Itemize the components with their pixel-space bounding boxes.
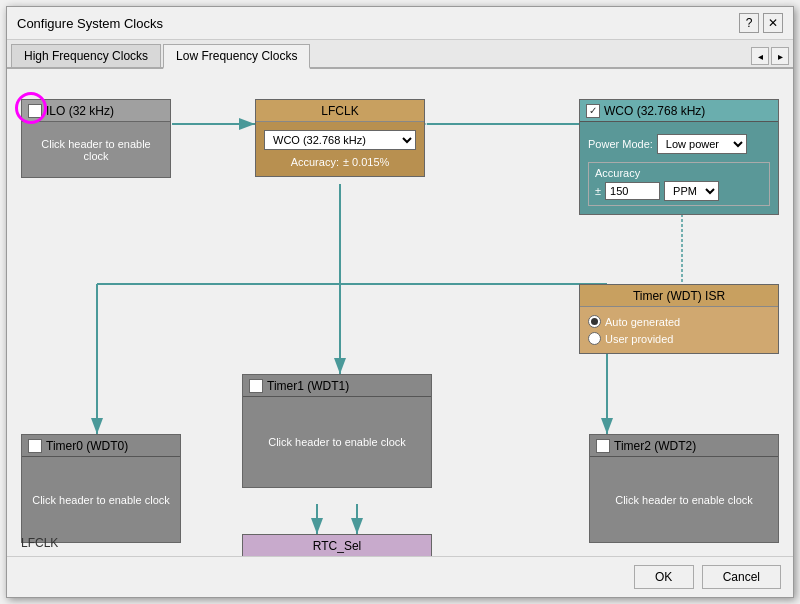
ok-button[interactable]: OK: [634, 565, 694, 589]
ilo-body: Click header to enable clock: [22, 122, 170, 177]
timer1-block: Timer1 (WDT1) Click header to enable clo…: [242, 374, 432, 488]
ilo-checkbox[interactable]: [28, 104, 42, 118]
rtcsel-block: RTC_Sel None: [242, 534, 432, 556]
main-content: ILO (32 kHz) Click header to enable cloc…: [7, 69, 793, 556]
rtcsel-header: RTC_Sel: [243, 535, 431, 556]
dialog-title: Configure System Clocks: [17, 16, 163, 31]
timer2-block: Timer2 (WDT2) Click header to enable clo…: [589, 434, 779, 543]
wco-accuracy-unit-select[interactable]: PPM: [664, 181, 719, 201]
tab-low-frequency[interactable]: Low Frequency Clocks: [163, 44, 310, 69]
tab-high-frequency[interactable]: High Frequency Clocks: [11, 44, 161, 67]
ilo-block: ILO (32 kHz) Click header to enable cloc…: [21, 99, 171, 178]
wco-title: WCO (32.768 kHz): [604, 104, 705, 118]
timer0-title: Timer0 (WDT0): [46, 439, 128, 453]
timer0-checkbox[interactable]: [28, 439, 42, 453]
wco-accuracy-title: Accuracy: [595, 167, 763, 179]
isr-radio-user[interactable]: User provided: [588, 332, 680, 345]
ilo-title: ILO (32 kHz): [46, 104, 114, 118]
timer2-body: Click header to enable clock: [590, 457, 778, 542]
tab-navigation: ◂ ▸: [751, 47, 789, 67]
bottom-bar: OK Cancel: [7, 556, 793, 597]
timer0-body: Click header to enable clock: [22, 457, 180, 542]
lfclk-block: LFCLK WCO (32.768 kHz) ILO (32 kHz) Accu…: [255, 99, 425, 177]
timer0-block: Timer0 (WDT0) Click header to enable clo…: [21, 434, 181, 543]
help-button[interactable]: ?: [739, 13, 759, 33]
isr-radio-auto-btn[interactable]: [588, 315, 601, 328]
wco-power-mode-row: Power Mode: Low power Normal: [588, 134, 747, 154]
tab-prev-button[interactable]: ◂: [751, 47, 769, 65]
lfclk-bottom-label: LFCLK: [21, 536, 58, 550]
lfclk-accuracy-label: Accuracy:: [291, 156, 339, 168]
title-bar-controls: ? ✕: [739, 13, 783, 33]
isr-radio-auto[interactable]: Auto generated: [588, 315, 680, 328]
lfclk-source-select[interactable]: WCO (32.768 kHz) ILO (32 kHz): [264, 130, 416, 150]
wco-accuracy-row: ± PPM: [595, 181, 763, 201]
wco-checkbox[interactable]: [586, 104, 600, 118]
lfclk-accuracy-row: Accuracy: ± 0.015%: [291, 156, 390, 168]
rtcsel-title: RTC_Sel: [313, 539, 361, 553]
timer1-body: Click header to enable clock: [243, 397, 431, 487]
isr-header: Timer (WDT) ISR: [580, 285, 778, 307]
configure-system-clocks-dialog: Configure System Clocks ? ✕ High Frequen…: [6, 6, 794, 598]
ilo-header[interactable]: ILO (32 kHz): [22, 100, 170, 122]
isr-radio-user-label: User provided: [605, 333, 673, 345]
isr-block: Timer (WDT) ISR Auto generated User prov…: [579, 284, 779, 354]
ilo-body-text: Click header to enable clock: [30, 138, 162, 162]
timer2-body-text: Click header to enable clock: [615, 494, 753, 506]
timer1-checkbox[interactable]: [249, 379, 263, 393]
wco-body: Power Mode: Low power Normal Accuracy ± …: [580, 122, 778, 214]
isr-radio-group: Auto generated User provided: [588, 315, 680, 345]
wco-power-mode-select[interactable]: Low power Normal: [657, 134, 747, 154]
isr-body: Auto generated User provided: [580, 307, 778, 353]
timer1-title: Timer1 (WDT1): [267, 379, 349, 393]
wco-block: WCO (32.768 kHz) Power Mode: Low power N…: [579, 99, 779, 215]
timer2-title: Timer2 (WDT2): [614, 439, 696, 453]
isr-title: Timer (WDT) ISR: [633, 289, 725, 303]
timer2-header[interactable]: Timer2 (WDT2): [590, 435, 778, 457]
lfclk-header: LFCLK: [256, 100, 424, 122]
cancel-button[interactable]: Cancel: [702, 565, 781, 589]
timer0-body-text: Click header to enable clock: [32, 494, 170, 506]
timer1-header[interactable]: Timer1 (WDT1): [243, 375, 431, 397]
timer1-body-text: Click header to enable clock: [268, 436, 406, 448]
lfclk-body: WCO (32.768 kHz) ILO (32 kHz) Accuracy: …: [256, 122, 424, 176]
wco-power-mode-label: Power Mode:: [588, 138, 653, 150]
isr-radio-auto-label: Auto generated: [605, 316, 680, 328]
lfclk-accuracy-value: ± 0.015%: [343, 156, 389, 168]
title-bar: Configure System Clocks ? ✕: [7, 7, 793, 40]
tabs-bar: High Frequency Clocks Low Frequency Cloc…: [7, 40, 793, 69]
close-button[interactable]: ✕: [763, 13, 783, 33]
tab-next-button[interactable]: ▸: [771, 47, 789, 65]
wco-accuracy-group: Accuracy ± PPM: [588, 162, 770, 206]
wco-accuracy-input[interactable]: [605, 182, 660, 200]
wco-header[interactable]: WCO (32.768 kHz): [580, 100, 778, 122]
lfclk-title: LFCLK: [321, 104, 358, 118]
timer2-checkbox[interactable]: [596, 439, 610, 453]
isr-radio-user-btn[interactable]: [588, 332, 601, 345]
timer0-header[interactable]: Timer0 (WDT0): [22, 435, 180, 457]
